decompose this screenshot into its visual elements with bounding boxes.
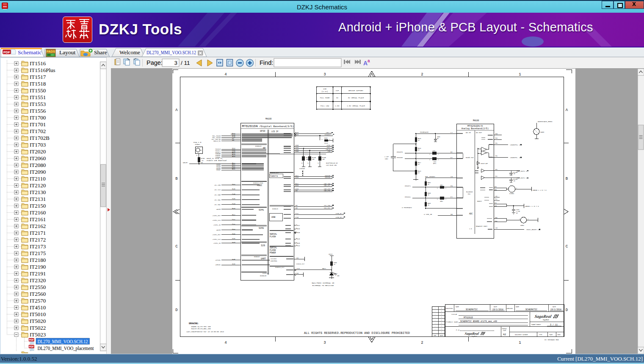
svg-text:+: + [441, 307, 442, 309]
svg-text:TYPE: TYPE [539, 334, 542, 336]
svg-text:DVDD18_EXT: DVDD18_EXT [270, 172, 279, 174]
svg-text:1M: 1M [418, 172, 420, 174]
svg-text:19/1/2018: 19/1/2018 [492, 308, 503, 311]
svg-text:A14: A14 [232, 156, 235, 157]
svg-text:NM: NM [201, 162, 203, 164]
svg-text:1: 1 [429, 153, 430, 155]
svg-text:NM: NM [514, 181, 515, 182]
svg-text:DOCUMENT NUMBER: DOCUMENT NUMBER [515, 334, 528, 336]
svg-text:IT1518: IT1518 [30, 81, 46, 87]
svg-text:SCHEMATIC BOARD dl270_mmi_v00: SCHEMATIC BOARD dl270_mmi_v00 [460, 320, 497, 323]
svg-text:H15: H15 [297, 232, 300, 233]
svg-text:HEADSET EDET: HEADSET EDET [476, 225, 488, 227]
svg-text:SIZE: SIZE [503, 330, 506, 331]
svg-text:+SIM2_IO: +SIM2_IO [213, 242, 221, 244]
svg-text:SIM2: SIM2 [259, 227, 264, 230]
svg-text:C908: C908 [437, 136, 440, 138]
svg-text:DATE: DATE [494, 306, 497, 308]
svg-text:DEVICE SUPPORT: DEVICE SUPPORT [348, 90, 364, 92]
svg-text:Z13: Z13 [297, 268, 300, 270]
svg-text:C8: C8 [296, 207, 298, 209]
svg-text:CHECKED: CHECKED [507, 308, 513, 309]
svg-text:LOLASST a: LOLASST a [324, 134, 333, 136]
svg-text:Analog Baseband(2/5): Analog Baseband(2/5) [462, 128, 489, 130]
svg-text:10R: 10R [322, 159, 325, 160]
svg-text:DL270_MMI_VOO.SCH.12: DL270_MMI_VOO.SCH.12 [38, 339, 88, 345]
svg-text:H8: H8 [495, 186, 497, 188]
svg-text:P12: P12 [232, 219, 235, 220]
svg-text:+URXD1: +URXD1 [215, 264, 221, 266]
svg-text:R12: R12 [232, 214, 235, 216]
svg-text:+: + [441, 319, 442, 321]
svg-text:Hands MIC: Hands MIC [466, 157, 474, 158]
svg-text:R2: R2 [495, 175, 498, 177]
svg-text:a VIB_IB: a VIB_IB [424, 214, 432, 215]
svg-text:IT2131: IT2131 [30, 196, 46, 202]
svg-text:M16: M16 [232, 233, 235, 235]
svg-text:Welcome: Welcome [119, 49, 140, 56]
svg-text:2: 2 [329, 139, 330, 140]
svg-text:10R: 10R [312, 159, 315, 160]
svg-text:XGB2: XGB2 [334, 273, 337, 275]
svg-text:+SIM1_IO: +SIM1_IO [213, 224, 221, 226]
svg-text:PULL LOW: PULL LOW [321, 105, 329, 107]
svg-text:+KL.DA2: +KL.DA2 [214, 204, 221, 206]
svg-text:DVDD18_EXT: DVDD18_EXT [275, 267, 285, 268]
svg-text:IT2320: IT2320 [30, 277, 46, 283]
svg-text:+AUSH: +AUSH [216, 208, 221, 210]
svg-text:+: + [441, 310, 442, 312]
svg-text:8v SHIMANO HO6: 8v SHIMANO HO6 [544, 339, 559, 341]
svg-text:G15/PCR11B NM: G15/PCR11B NM [326, 162, 337, 164]
svg-text:2: 2 [528, 218, 528, 220]
svg-text:G16: G16 [297, 228, 300, 230]
svg-text:IT1556: IT1556 [30, 108, 46, 114]
svg-text:TPAD2: TPAD2 [195, 144, 200, 145]
svg-text:4R01: 4R01 [440, 201, 443, 202]
svg-text:MT6261DA/A: MT6261DA/A [467, 125, 483, 128]
svg-text:IT5022: IT5022 [30, 325, 46, 331]
svg-text:LBCS a: LBCS a [326, 132, 332, 133]
svg-text:DVDD28: DVDD28 [254, 256, 260, 258]
svg-text:L7: L7 [451, 132, 453, 133]
svg-text:2.2uF: 2.2uF [384, 156, 389, 158]
svg-text:Share: Share [94, 49, 107, 56]
svg-text:L9: L9 [451, 176, 453, 178]
svg-text:D8: D8 [296, 205, 298, 206]
svg-text:DVDD28: DVDD28 [272, 208, 278, 210]
svg-text:IT1553: IT1553 [30, 101, 46, 107]
svg-text:1: 1 [429, 159, 430, 161]
svg-text:1: 1 [519, 341, 521, 345]
svg-text:P6: P6 [451, 185, 453, 187]
svg-text:B11: B11 [296, 183, 299, 185]
svg-text:LRW a: LRW a [328, 150, 333, 152]
svg-text:G15: G15 [297, 242, 300, 244]
svg-text:(1.1S): (1.1S) [321, 91, 328, 92]
svg-text:2: 2 [445, 198, 446, 200]
svg-text:USB: USB [271, 216, 275, 219]
svg-text:URB3B 2 2 5 7 8: URB3B 2 2 5 7 8 [525, 206, 539, 207]
svg-text:+: + [441, 313, 442, 315]
svg-text:R903: R903 [428, 203, 431, 204]
svg-text:P.N.: P.N. [456, 329, 461, 331]
svg-text:PAGE/SHEET: PAGE/SHEET [531, 324, 542, 325]
svg-text:VER.: VER. [434, 335, 437, 336]
svg-text:1M: 1M [428, 205, 429, 206]
svg-text:V101B: V101B [299, 168, 305, 169]
svg-text:I8: I8 [495, 227, 498, 229]
svg-text:eMICN0: eMICN0 [397, 157, 403, 158]
svg-text:MICBIAS0: MICBIAS0 [420, 131, 428, 133]
svg-text:M18: M18 [296, 150, 299, 152]
svg-text:IT5020: IT5020 [30, 318, 46, 324]
svg-text:FLASH: FLASH [270, 236, 276, 238]
svg-text:A18: A18 [296, 177, 299, 178]
svg-text:SCHEMATIC: SCHEMATIC [525, 308, 537, 311]
svg-text:H12: H12 [297, 225, 300, 226]
svg-text:N: N [318, 162, 318, 164]
svg-text:-: - [435, 328, 436, 330]
svg-text:R713: R713 [325, 142, 328, 144]
svg-text:D1A,1.8: D1A,1.8 [193, 141, 202, 143]
svg-text:+USB_DP a: +USB_DP a [335, 213, 344, 214]
svg-text:PULL HIGH: PULL HIGH [320, 97, 330, 99]
svg-text:M10: M10 [296, 149, 299, 150]
svg-text:VOICE AMP: VOICE AMP [481, 163, 488, 164]
